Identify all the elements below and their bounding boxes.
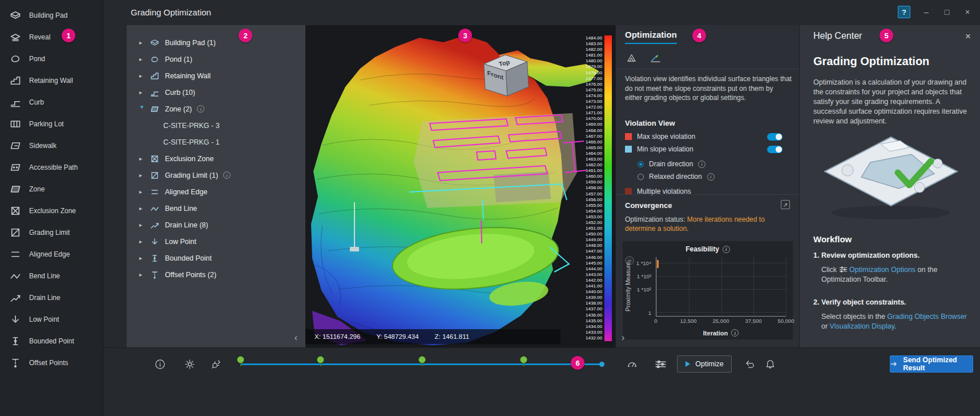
minimize-button[interactable]: – [922,7,931,17]
palette-item-exclusion-zone[interactable]: Exclusion Zone [0,200,103,222]
tree-item-pond[interactable]: ▸Pond (1) [127,51,305,67]
help-button[interactable]: ? [898,6,910,18]
expand-arrow-icon[interactable]: ▸ [139,56,145,62]
violation-view-icon[interactable] [624,51,639,64]
expand-convergence-icon[interactable]: ↗ [781,200,790,209]
min-slope-toggle[interactable] [767,146,783,153]
tree-item-building-pad[interactable]: ▸Building Pad (1) [127,34,305,51]
tree-item-low-point[interactable]: ▸Low Point [127,233,305,250]
grading-objects-browser-link[interactable]: Grading Objects Browser [887,313,967,321]
collapse-browser-chevron[interactable]: ‹ [295,333,297,343]
collapse-arrow-icon[interactable]: ▸ [139,106,146,112]
milestone-flag-icon[interactable] [317,356,324,363]
expand-arrow-icon[interactable]: ▸ [139,155,145,162]
palette-item-pond[interactable]: Pond [0,48,103,70]
expand-arrow-icon[interactable]: ▸ [139,222,145,228]
tree-item-aligned-edge[interactable]: ▸Aligned Edge [127,183,305,200]
workflow-step1-body: Click Optimization Options on the Optimi… [821,265,971,285]
send-optimized-result-button[interactable]: Send Optimized Result [890,355,973,373]
expand-arrow-icon[interactable]: ▸ [139,205,145,211]
expand-arrow-icon[interactable]: ▸ [139,238,145,245]
legend-value: 1457.00 [586,191,602,197]
optimization-status: Optimization status: More iterations nee… [625,215,789,233]
view-cube[interactable]: Top Front [481,51,531,102]
tree-item-c-site-prkg-3[interactable]: C-SITE-PRKG - 3 [127,117,305,134]
milestone-flag-icon[interactable] [520,356,527,363]
tree-item-retaining-wall[interactable]: ▸Retaining Wall [127,67,305,84]
info-icon[interactable]: i [723,246,730,253]
optimization-timeline-slider[interactable] [240,358,603,370]
expand-arrow-icon[interactable]: ▸ [139,271,145,278]
palette-item-parking-lot[interactable]: Parking Lot [0,113,103,135]
tree-item-bend-line[interactable]: ▸Bend Line [127,200,305,217]
legend-value: 1479.00 [586,64,602,70]
palette-item-offset-points[interactable]: Offset Points [0,352,103,374]
settings-gear-icon[interactable] [183,358,196,370]
optimization-options-icon[interactable] [654,358,667,370]
terrain-surface[interactable] [305,25,615,347]
x-tick-label: 0 [654,318,657,324]
info-icon[interactable]: i [731,329,739,337]
palette-item-bend-line[interactable]: Bend Line [0,265,103,287]
palette-item-retaining-wall[interactable]: Retaining Wall [0,70,103,91]
expand-arrow-icon[interactable]: ▸ [139,73,145,79]
info-icon[interactable]: i [197,105,204,113]
tree-item-curb[interactable]: ▸Curb (10) [127,84,305,101]
expand-arrow-icon[interactable]: ▸ [139,189,145,195]
palette-item-low-point[interactable]: Low Point [0,309,103,330]
palette-item-drain-line[interactable]: Drain Line [0,287,103,309]
palette-item-sidewalk[interactable]: Sidewalk [0,135,103,157]
elevation-legend: 1484.001483.001482.001481.001480.001479.… [586,35,612,341]
visualization-display[interactable]: Top Front 1484.001483.001482.001481.0014… [305,25,615,347]
step2-mid-text: or [821,322,828,330]
expand-arrow-icon[interactable]: ▸ [139,39,145,46]
palette-item-grading-limit[interactable]: Grading Limit [0,222,103,243]
notifications-bell-icon[interactable] [764,358,776,370]
maximize-button[interactable]: □ [942,7,951,17]
undo-icon[interactable] [743,358,756,370]
tree-item-drain-line[interactable]: ▸Drain Line (8) [127,217,305,233]
palette-item-label: Offset Points [29,359,68,367]
expand-arrow-icon[interactable]: ▸ [139,89,145,95]
info-icon[interactable]: i [707,173,715,181]
expand-arrow-icon[interactable]: ▸ [139,255,145,261]
optimization-options-link[interactable]: Optimization Options [849,266,916,274]
palette-item-curb[interactable]: Curb [0,91,103,113]
legend-value: 1453.00 [586,214,602,220]
tree-item-exclusion-zone[interactable]: ▸Exclusion Zone [127,150,305,167]
palette-item-building-pad[interactable]: Building Pad [0,5,103,26]
palette-item-zone[interactable]: Zone [0,178,103,200]
close-button[interactable]: × [963,7,972,17]
tree-item-bounded-point[interactable]: ▸Bounded Point [127,250,305,266]
optimize-button[interactable]: Optimize [677,355,732,373]
palette-item-reveal[interactable]: Reveal [0,26,103,48]
max-slope-toggle[interactable] [767,133,783,141]
tree-item-grading-limit[interactable]: ▸Grading Limit (1)i [127,167,305,183]
tree-item-c-site-prkg-1[interactable]: C-SITE-PRKG - 1 [127,134,305,150]
grading-options-icon[interactable] [209,358,222,370]
visualization-display-link[interactable]: Visualization Display [830,322,894,330]
expand-arrow-icon[interactable]: ▸ [139,172,145,178]
info-icon[interactable]: i [698,161,705,168]
tab-optimization[interactable]: Optimization [625,30,677,44]
relaxed-direction-radio[interactable] [638,174,644,180]
info-icon[interactable]: i [223,171,231,179]
drain-direction-view-icon[interactable] [648,51,663,64]
collapse-optimization-chevron[interactable]: › [622,333,624,343]
palette-item-bounded-point[interactable]: Bounded Point [0,330,103,352]
tree-item-zone[interactable]: ▸Zone (2)i [127,101,305,117]
drain-direction-radio[interactable] [638,161,644,167]
tree-item-offset-points[interactable]: ▸Offset Points (2) [127,266,305,283]
legend-value: 1470.00 [586,116,602,122]
info-icon[interactable] [154,358,166,370]
legend-value: 1436.00 [586,313,602,318]
drain-direction-row[interactable]: Drain direction i [625,158,792,170]
milestone-flag-icon[interactable] [237,356,244,363]
speed-gauge-icon[interactable] [626,358,638,370]
milestone-flag-icon[interactable] [418,356,426,363]
palette-item-aligned-edge[interactable]: Aligned Edge [0,243,103,265]
convergence-title: Convergence [625,201,672,210]
close-help-icon[interactable]: × [965,31,971,42]
relaxed-direction-row[interactable]: Relaxed direction i [625,170,792,183]
palette-item-accessible-path[interactable]: Accessible Path [0,157,103,178]
